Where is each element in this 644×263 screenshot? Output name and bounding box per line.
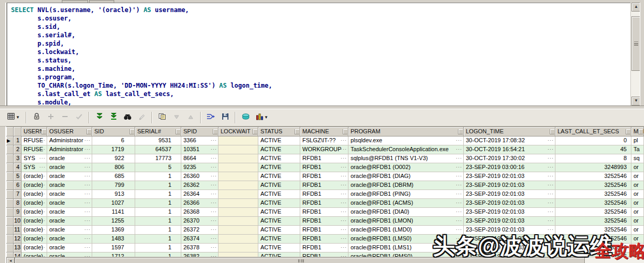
- cell-program[interactable]: TaskSchedulerConsoleApplication.exe···: [348, 145, 464, 154]
- cell-program[interactable]: oracle@RFDB1 (DIAG)···: [348, 172, 464, 181]
- cell-lockwait[interactable]: [219, 208, 258, 217]
- cell-last_call_et_secs[interactable]: 8: [555, 154, 631, 163]
- fetch-last-page-button[interactable]: [106, 111, 121, 124]
- cell-username[interactable]: (oracle)···: [21, 181, 47, 190]
- cell-username[interactable]: SYS···: [21, 163, 47, 172]
- cell-ellipsis-button[interactable]: ···: [84, 156, 91, 160]
- cell-status[interactable]: ACTIVE: [258, 154, 300, 163]
- cell-last_call_et_secs[interactable]: 3252546: [555, 172, 631, 181]
- cell-status[interactable]: ACTIVE: [258, 244, 300, 253]
- cell-sid[interactable]: 685: [92, 172, 135, 181]
- cell-ellipsis-button[interactable]: ···: [548, 183, 554, 187]
- cell-ellipsis-button[interactable]: ···: [341, 165, 347, 169]
- cell-status[interactable]: ACTIVE: [258, 217, 300, 226]
- cell-ellipsis-button[interactable]: ···: [456, 218, 462, 223]
- cell-machine[interactable]: WORKGROUP···: [300, 145, 348, 154]
- cell-osuser[interactable]: Administrator···: [47, 145, 92, 154]
- column-header-last_call_et_secs[interactable]: LAST_CALL_ET_SECS: [555, 127, 631, 136]
- column-header-module[interactable]: MODULE: [631, 127, 644, 136]
- cell-lockwait[interactable]: [219, 235, 258, 244]
- cell-ellipsis-button[interactable]: ···: [548, 138, 554, 142]
- cell-serial[interactable]: 1: [135, 190, 181, 199]
- cell-spid[interactable]: 26360···: [181, 172, 219, 181]
- cell-ellipsis-button[interactable]: ···: [84, 209, 91, 214]
- cell-ellipsis-button[interactable]: ···: [39, 218, 46, 223]
- cell-serial[interactable]: 1: [135, 235, 181, 244]
- result-grid-options-button[interactable]: ▼: [4, 111, 23, 124]
- cell-logon_time[interactable]: 23-SEP-2019 02:01:03···: [464, 199, 555, 208]
- cell-machine[interactable]: RFDB1···: [300, 172, 348, 181]
- cell-serial[interactable]: 1: [135, 172, 181, 181]
- cell-program[interactable]: oracle@RFDB1 (ACMS)···: [348, 199, 464, 208]
- cell-ellipsis-button[interactable]: ···: [456, 227, 462, 232]
- row-number[interactable]: 5: [14, 172, 21, 181]
- export-results-button[interactable]: [204, 111, 218, 124]
- row-number[interactable]: 3: [14, 154, 21, 163]
- cell-status[interactable]: ACTIVE: [258, 181, 300, 190]
- cell-username[interactable]: (oracle)···: [21, 199, 47, 208]
- cell-ellipsis-button[interactable]: ···: [39, 138, 46, 142]
- cell-username[interactable]: (oracle)···: [21, 244, 47, 253]
- cell-sid[interactable]: 1255: [92, 217, 135, 226]
- cell-last_call_et_secs[interactable]: 3252546: [555, 181, 631, 190]
- cell-machine[interactable]: RFDB1···: [300, 190, 348, 199]
- cell-ellipsis-button[interactable]: ···: [39, 245, 46, 249]
- column-header-osuser[interactable]: OSUSER: [47, 127, 92, 136]
- row-number[interactable]: 12: [14, 235, 21, 244]
- cell-username[interactable]: (oracle)···: [21, 226, 47, 235]
- cell-ellipsis-button[interactable]: ···: [84, 236, 91, 240]
- cell-program[interactable]: plsqldev.exe···: [348, 136, 464, 145]
- cell-osuser[interactable]: oracle···: [47, 163, 92, 172]
- column-header-status[interactable]: STATUS: [258, 127, 300, 136]
- cell-program[interactable]: oracle@RFDB1 (PING)···: [348, 190, 464, 199]
- cell-ellipsis-button[interactable]: ···: [84, 138, 91, 142]
- cell-ellipsis-button[interactable]: ···: [211, 227, 217, 232]
- cell-ellipsis-button[interactable]: ···: [548, 147, 554, 151]
- cell-ellipsis-button[interactable]: ···: [84, 183, 91, 187]
- cell-module[interactable]: sq: [631, 154, 644, 163]
- cell-serial[interactable]: 64537: [135, 145, 181, 154]
- cell-ellipsis-button[interactable]: ···: [39, 236, 46, 240]
- cell-username[interactable]: RFUSE···: [21, 145, 47, 154]
- cell-last_call_et_secs[interactable]: 3252546: [555, 208, 631, 217]
- cell-ellipsis-button[interactable]: ···: [84, 201, 91, 205]
- cell-ellipsis-button[interactable]: ···: [39, 209, 46, 214]
- cell-spid[interactable]: 26374···: [181, 235, 219, 244]
- cell-spid[interactable]: 3366···: [181, 136, 219, 145]
- cell-ellipsis-button[interactable]: ···: [39, 192, 46, 196]
- cell-status[interactable]: ACTIVE: [258, 136, 300, 145]
- row-number[interactable]: 11: [14, 226, 21, 235]
- cell-ellipsis-button[interactable]: ···: [548, 209, 554, 214]
- cell-ellipsis-button[interactable]: ···: [211, 156, 217, 160]
- cell-lockwait[interactable]: [219, 172, 258, 181]
- cell-ellipsis-button[interactable]: ···: [341, 201, 347, 205]
- cell-program[interactable]: oracle@RFDB1 (LMON)···: [348, 217, 464, 226]
- cell-ellipsis-button[interactable]: ···: [341, 236, 347, 240]
- cell-ellipsis-button[interactable]: ···: [341, 183, 347, 187]
- cell-spid[interactable]: 9235···: [181, 163, 219, 172]
- cell-serial[interactable]: 1: [135, 244, 181, 253]
- cell-ellipsis-button[interactable]: ···: [341, 245, 347, 249]
- cell-osuser[interactable]: oracle···: [47, 217, 92, 226]
- cell-ellipsis-button[interactable]: ···: [211, 218, 217, 223]
- cell-ellipsis-button[interactable]: ···: [211, 192, 217, 196]
- cell-program[interactable]: sqlplus@RFDB1 (TNS V1-V3)···: [348, 154, 464, 163]
- cell-username[interactable]: SYS···: [21, 154, 47, 163]
- cell-ellipsis-button[interactable]: ···: [211, 236, 217, 240]
- cell-sid[interactable]: 1597: [92, 244, 135, 253]
- row-number[interactable]: 10: [14, 217, 21, 226]
- cell-lockwait[interactable]: [219, 244, 258, 253]
- cell-sid[interactable]: 799: [92, 181, 135, 190]
- cell-serial[interactable]: 1: [135, 208, 181, 217]
- cell-spid[interactable]: 26362···: [181, 181, 219, 190]
- cell-logon_time[interactable]: 23-SEP-2019 02:01:03···: [464, 172, 555, 181]
- cell-username[interactable]: (oracle)···: [21, 208, 47, 217]
- cell-sid[interactable]: 1027: [92, 199, 135, 208]
- cell-serial[interactable]: 1: [135, 217, 181, 226]
- cell-machine[interactable]: RFDB1···: [300, 199, 348, 208]
- cell-ellipsis-button[interactable]: ···: [548, 192, 554, 196]
- row-number[interactable]: 2: [14, 145, 21, 154]
- cell-logon_time[interactable]: 30-OCT-2019 16:54:21···: [464, 145, 555, 154]
- copy-results-button[interactable]: [155, 111, 169, 124]
- cell-status[interactable]: ACTIVE: [258, 235, 300, 244]
